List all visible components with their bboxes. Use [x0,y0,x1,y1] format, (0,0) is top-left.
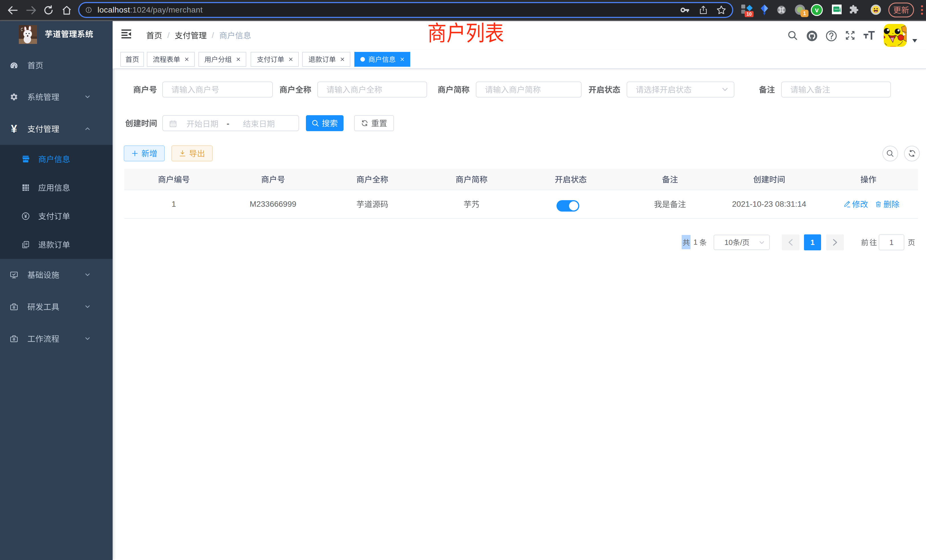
svg-text:v: v [815,6,819,14]
